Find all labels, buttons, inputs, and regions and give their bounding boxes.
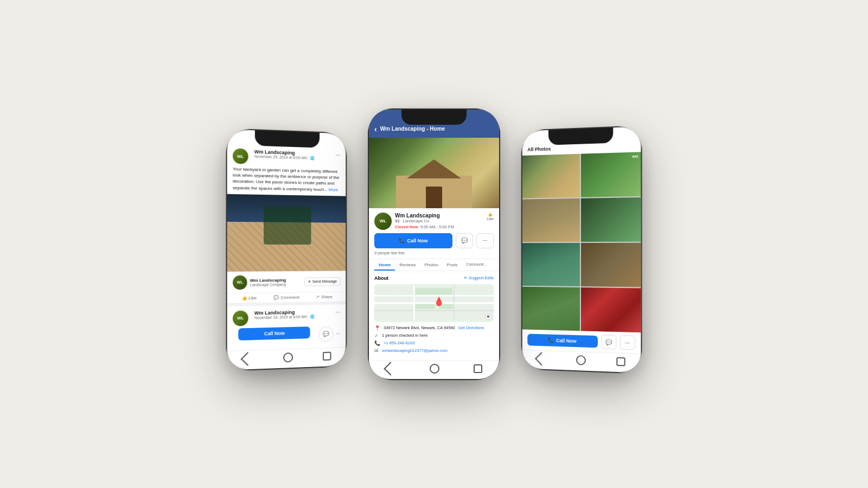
home-button-c[interactable]	[430, 364, 439, 374]
phone-right: All Photos WM	[522, 126, 641, 373]
tab-posts[interactable]: Posts	[442, 259, 462, 271]
back-button[interactable]	[241, 351, 255, 365]
p3-title: All Photos	[527, 143, 635, 152]
p2-title: Wm Landscaping - Home	[380, 126, 445, 132]
checkin-icon: ✓	[374, 333, 379, 338]
phone-center-wrapper: ‹ Wm Landscaping - Home WL	[369, 110, 499, 379]
p2-biz-header: WL Wm Landscaping $$ · Landscape Co. Clo…	[374, 213, 494, 230]
photo2-label: WM	[632, 155, 638, 158]
p2-call-now-button[interactable]: 📞 Call Now	[374, 233, 452, 248]
call-now-button-post2[interactable]: Call Now	[238, 326, 310, 341]
send-message-button[interactable]: ✈ Send Message	[304, 277, 341, 286]
p2-closed-status: Closed Now	[395, 224, 418, 229]
post1-menu[interactable]: ···	[335, 151, 341, 158]
p3-phone-icon: 📞	[548, 337, 554, 343]
p2-suggest-edits[interactable]: ✏ Suggest Edits	[464, 275, 494, 280]
share-icon: ↗	[316, 294, 320, 299]
page-avatar: WL	[233, 275, 247, 290]
phone-number[interactable]: +1 650-248-6163	[384, 341, 414, 345]
p2-hero-image	[369, 138, 499, 208]
phone-center-notch	[401, 110, 467, 125]
post1-avatar: WL	[233, 148, 248, 164]
p2-about-header: About ✏ Suggest Edits	[374, 275, 494, 281]
back-arrow[interactable]: ‹	[374, 125, 377, 133]
post1-more-link[interactable]: More	[329, 187, 339, 192]
edit-icon: ✏	[464, 275, 468, 280]
recents-button[interactable]	[323, 351, 331, 360]
p2-tabs: Home Reviews Photos Posts Communit...	[369, 259, 499, 271]
p2-hours: 9:00 AM - 5:00 PM	[420, 224, 454, 229]
email-address[interactable]: wmlandscaping012377@yahoo.com	[382, 348, 448, 353]
comment-button[interactable]: 💬 Comment	[273, 294, 299, 300]
p2-biz-left: WL Wm Landscaping $$ · Landscape Co. Clo…	[374, 213, 454, 230]
p3-messenger-button[interactable]: 💬	[601, 335, 616, 349]
photo-5[interactable]	[522, 242, 580, 286]
phone-left-wrapper: WL Wm Landscaping November 25, 2019 at 8…	[233, 121, 353, 368]
p2-messenger-button[interactable]: 💬	[456, 233, 473, 248]
post1-text: Your backyard or garden can get a comple…	[227, 165, 346, 196]
map-svg	[374, 284, 494, 322]
post2-header: WL Wm Landscaping November 18, 2019 at 8…	[227, 304, 346, 329]
messenger-button[interactable]: 💬	[318, 326, 333, 342]
p2-checkin-row: ✓ 1 person checked in here	[374, 333, 494, 338]
phone-center-screen: ‹ Wm Landscaping - Home WL	[369, 110, 499, 379]
p2-biz-details: Wm Landscaping $$ · Landscape Co. Closed…	[395, 213, 454, 229]
photo-2[interactable]: WM	[581, 152, 641, 197]
tab-community[interactable]: Communit...	[462, 259, 491, 271]
tab-reviews[interactable]: Reviews	[395, 259, 420, 271]
photo-7[interactable]	[522, 286, 580, 330]
phone-right-nav	[522, 349, 641, 373]
back-button-r[interactable]	[535, 352, 548, 365]
p2-address-row: 📍 34972 Newark Blvd, Newark, CA 94560 Ge…	[374, 325, 494, 331]
share-button[interactable]: ↗ Share	[316, 294, 332, 299]
email-icon: ✉	[374, 348, 379, 354]
get-directions-link[interactable]: Get Directions	[458, 325, 484, 330]
svg-rect-7	[415, 288, 452, 294]
recents-button-r[interactable]	[616, 357, 625, 366]
map-expand[interactable]: ⊕	[485, 313, 492, 320]
phone-left: WL Wm Landscaping November 25, 2019 at 8…	[227, 129, 346, 370]
p2-map[interactable]: ⊕	[374, 284, 494, 322]
like-button[interactable]: 👍 Like	[241, 295, 257, 300]
post2-menu[interactable]: ···	[335, 309, 341, 315]
home-button[interactable]	[283, 352, 293, 362]
p2-more-button[interactable]: ···	[476, 233, 494, 248]
phone-left-notch	[255, 130, 320, 147]
post2-more-options[interactable]: ···	[336, 331, 341, 337]
phone-icon: 📞	[374, 341, 380, 346]
thumb-up-icon: 👍	[488, 213, 493, 217]
p3-call-now-button[interactable]: 📞 Call Now	[527, 333, 598, 348]
p2-biz-avatar: WL	[374, 213, 392, 230]
p2-about-section: About ✏ Suggest Edits	[369, 271, 499, 360]
photo-1[interactable]	[522, 153, 580, 198]
recents-button-c[interactable]	[474, 364, 482, 373]
p2-phone-icon: 📞	[399, 238, 405, 243]
p2-business-info: WL Wm Landscaping $$ · Landscape Co. Clo…	[369, 208, 499, 259]
post1-image	[227, 194, 346, 271]
photo-6[interactable]	[581, 242, 641, 287]
phone-right-screen: All Photos WM	[522, 126, 641, 373]
p2-actions-row: 📞 Call Now 💬 ···	[374, 233, 494, 248]
svg-point-10	[436, 300, 442, 306]
phone-center-nav	[369, 360, 499, 379]
home-button-r[interactable]	[576, 355, 586, 365]
p2-email-row: ✉ wmlandscaping012377@yahoo.com	[374, 348, 494, 354]
photo-8[interactable]	[581, 287, 641, 332]
p3-more-button[interactable]: ···	[620, 335, 635, 350]
photo-3[interactable]	[522, 198, 580, 241]
tab-home[interactable]: Home	[374, 259, 395, 271]
p2-like-button[interactable]: 👍 Like	[487, 213, 494, 221]
p2-about-title: About	[374, 275, 388, 281]
page-details: Wm Landscaping Landscape Company	[250, 277, 286, 286]
send-icon: ✈	[308, 279, 311, 284]
p3-photos-grid: WM	[522, 152, 641, 332]
tab-photos[interactable]: Photos	[420, 259, 442, 271]
comment-icon: 💬	[273, 295, 279, 300]
post2-info: Wm Landscaping November 18, 2019 at 8:00…	[254, 309, 315, 320]
p2-likes-count: 9 people like this	[374, 251, 494, 255]
page-name[interactable]: Wm Landscaping	[250, 277, 286, 282]
back-button-c[interactable]	[384, 362, 398, 375]
phone-center: ‹ Wm Landscaping - Home WL	[369, 110, 499, 379]
page-section: WL Wm Landscaping Landscape Company ✈ Se…	[227, 271, 346, 293]
photo-4[interactable]	[581, 197, 641, 241]
